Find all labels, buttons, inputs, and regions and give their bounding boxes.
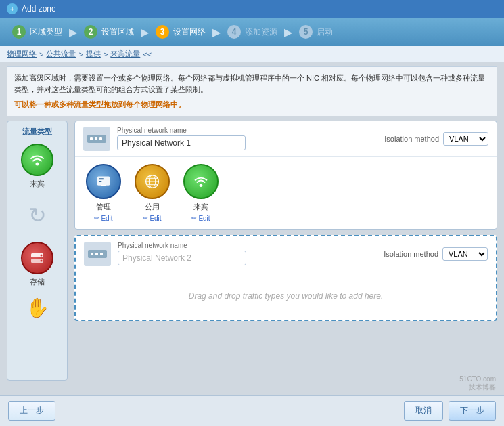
wifi-icon <box>28 150 47 169</box>
step-arrow-3: ▶ <box>212 26 221 39</box>
svg-rect-19 <box>91 253 93 255</box>
breadcrumb-item-1[interactable]: 公共流量 <box>46 49 76 59</box>
network-1-icon <box>83 127 110 151</box>
drag-hint-arrow: ↻ <box>28 196 47 235</box>
step-4-num: 4 <box>227 25 241 39</box>
description: 添加高级区域时，需要设置一个或多个物理网络。每个网络都与虚拟机管理程序中的一个 … <box>7 66 497 116</box>
svg-rect-10 <box>99 178 104 179</box>
svg-rect-20 <box>95 253 98 255</box>
mgmt-card-label: 管理 <box>96 202 111 212</box>
svg-point-3 <box>41 254 43 256</box>
storage-traffic-icon <box>21 242 53 274</box>
network-2-name-label: Physical network name <box>118 242 377 249</box>
public-card-label: 公用 <box>145 202 160 212</box>
network-1-name-label: Physical network name <box>117 127 377 134</box>
network-card-1: Physical network name Isolation method V… <box>74 121 497 230</box>
network-1-name-input[interactable] <box>117 135 246 150</box>
network-2-drop-zone: Drag and drop traffic types you would li… <box>76 272 496 320</box>
left-panel: 流量类型 来宾 ↻ <box>7 121 68 381</box>
step-2-label: 设置区域 <box>101 26 134 38</box>
traffic-item-storage[interactable]: 存储 <box>21 242 53 287</box>
svg-rect-6 <box>90 137 93 140</box>
public-card-icon <box>135 164 170 199</box>
breadcrumb: 物理网络 > 公共流量 > 提供 > 来宾流量 << <box>0 46 504 62</box>
network-2-isolation-select[interactable]: VLAN GRE VXLAN <box>442 247 488 261</box>
breadcrumb-item-3[interactable]: 来宾流量 <box>110 49 140 59</box>
next-button[interactable]: 下一步 <box>449 401 496 421</box>
title-bar-icon: + <box>7 3 18 14</box>
svg-rect-7 <box>95 137 97 140</box>
svg-rect-21 <box>100 253 103 255</box>
svg-rect-11 <box>99 181 101 182</box>
guest-traffic-icon <box>21 144 53 176</box>
public-edit-link[interactable]: ✏ Edit <box>143 215 161 222</box>
breadcrumb-item-2[interactable]: 提供 <box>86 49 101 59</box>
network-1-isolation-select[interactable]: VLAN GRE VXLAN <box>443 132 488 146</box>
svg-point-17 <box>200 184 203 187</box>
step-arrow-2: ▶ <box>141 26 149 39</box>
svg-point-0 <box>36 162 39 165</box>
network-2-icon <box>84 242 111 266</box>
traffic-card-public: 公用 ✏ Edit <box>135 164 170 222</box>
traffic-card-mgmt: 管理 ✏ Edit <box>86 164 121 222</box>
globe-icon <box>142 171 162 192</box>
right-panel: Physical network name Isolation method V… <box>74 121 497 381</box>
network-1-name-group: Physical network name <box>117 127 377 150</box>
storage-traffic-label: 存储 <box>30 277 45 287</box>
step-2-num: 2 <box>84 25 97 39</box>
step-5[interactable]: 5 启动 <box>294 25 338 39</box>
storage-icon <box>28 249 47 268</box>
network-1-traffic-row: 管理 ✏ Edit <box>75 157 497 229</box>
traffic-item-guest[interactable]: 来宾 <box>21 144 53 189</box>
step-1[interactable]: 1 区域类型 <box>7 25 68 39</box>
network-2-name-input[interactable] <box>118 251 246 265</box>
network-2-header: Physical network name Isolation method V… <box>76 236 496 272</box>
network-2-isolation-group: Isolation method VLAN GRE VXLAN <box>384 247 488 261</box>
steps-bar: 1 区域类型 ▶ 2 设置区域 ▶ 3 设置网络 ▶ 4 添加资源 ▶ 5 启动 <box>0 18 504 46</box>
footer-right: 取消 下一步 <box>404 401 496 421</box>
guest2-card-label: 来宾 <box>193 202 208 212</box>
guest2-card-icon <box>183 164 219 199</box>
step-3-num: 3 <box>156 25 169 39</box>
guest2-edit-link[interactable]: ✏ Edit <box>191 215 210 222</box>
network-1-header: Physical network name Isolation method V… <box>75 121 497 157</box>
step-1-num: 1 <box>12 25 26 39</box>
network-2-name-group: Physical network name <box>118 242 377 265</box>
step-3-label: 设置网络 <box>173 26 206 38</box>
mgmt-icon <box>93 171 114 192</box>
footer: 上一步 取消 下一步 <box>0 395 504 426</box>
step-5-label: 启动 <box>317 26 333 38</box>
step-3[interactable]: 3 设置网络 <box>150 25 211 39</box>
title-bar-label: Add zone <box>22 4 56 14</box>
step-arrow-1: ▶ <box>69 26 77 39</box>
left-panel-title: 流量类型 <box>22 127 52 137</box>
drag-hand-icon: ✋ <box>26 297 49 319</box>
network-2-isolation-label: Isolation method <box>384 250 438 258</box>
svg-rect-8 <box>99 137 102 140</box>
watermark: 51CTO.com 技术博客 <box>459 375 496 392</box>
mgmt-edit-link[interactable]: ✏ Edit <box>94 215 112 222</box>
traffic-card-guest: 来宾 ✏ Edit <box>183 164 219 222</box>
guest-traffic-label: 来宾 <box>30 179 45 189</box>
step-2[interactable]: 2 设置区域 <box>78 25 139 39</box>
network-1-isolation-label: Isolation method <box>384 135 439 143</box>
title-bar: + Add zone <box>0 0 504 18</box>
drop-zone-text: Drag and drop traffic types you would li… <box>189 291 384 301</box>
step-4-label: 添加资源 <box>245 26 277 38</box>
step-arrow-4: ▶ <box>284 26 292 39</box>
breadcrumb-item-0[interactable]: 物理网络 <box>7 49 37 59</box>
svg-rect-9 <box>97 176 110 185</box>
step-5-num: 5 <box>299 25 313 39</box>
network-1-isolation-group: Isolation method VLAN GRE VXLAN <box>384 132 488 146</box>
wifi-card-icon <box>191 171 211 192</box>
svg-point-4 <box>41 259 43 261</box>
network-card-2: Physical network name Isolation method V… <box>74 235 497 321</box>
cancel-button[interactable]: 取消 <box>404 401 443 421</box>
step-1-label: 区域类型 <box>30 26 62 38</box>
prev-button[interactable]: 上一步 <box>8 401 55 421</box>
description-text: 添加高级区域时，需要设置一个或多个物理网络。每个网络都与虚拟机管理程序中的一个 … <box>14 72 490 95</box>
network-plug-icon <box>86 129 108 148</box>
step-4[interactable]: 4 添加资源 <box>222 25 283 39</box>
description-highlight: 可以将一种或多种流量类型拖放到每个物理网络中。 <box>14 100 185 108</box>
network-plug-icon-2 <box>87 244 108 263</box>
